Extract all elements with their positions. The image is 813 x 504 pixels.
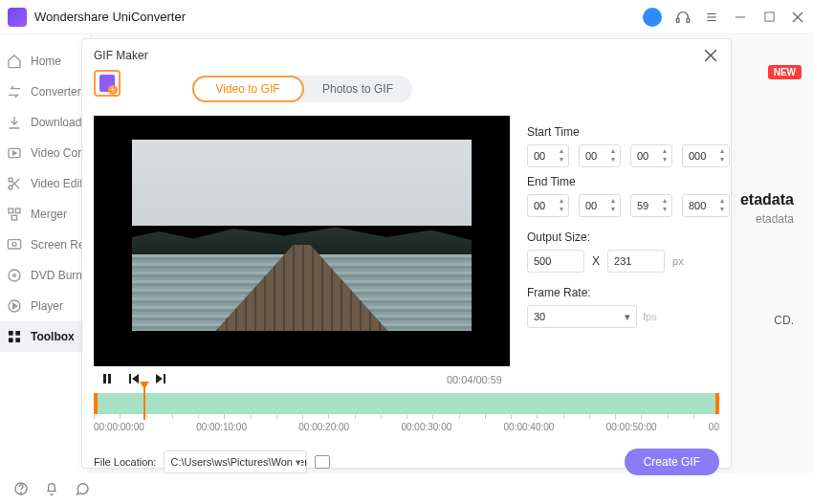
down-arrow-icon[interactable]: ▾ — [660, 156, 670, 164]
next-button[interactable] — [155, 373, 168, 386]
gif-maker-modal: GIF Maker + Video to GIF Photos to GIF 0… — [81, 38, 732, 469]
svg-point-18 — [13, 274, 16, 277]
frame-rate-select[interactable]: 30 — [527, 305, 637, 328]
video-preview[interactable]: 00:04/00:59 — [94, 116, 510, 393]
start-ms-input[interactable]: 000▴▾ — [682, 144, 730, 167]
output-width-input[interactable]: 500 — [527, 250, 584, 273]
maximize-button[interactable] — [761, 10, 777, 25]
up-arrow-icon[interactable]: ▴ — [557, 197, 566, 205]
sidebar-item-recorder[interactable]: Screen Recorder — [0, 230, 90, 260]
px-label: px — [672, 255, 684, 267]
headset-icon[interactable] — [675, 10, 691, 25]
app-title: Wondershare UniConverter — [34, 10, 643, 24]
bg-text: etadata — [740, 191, 794, 208]
merger-icon — [6, 206, 23, 223]
start-seconds-input[interactable]: 00▴▾ — [630, 144, 672, 167]
sidebar-item-compressor[interactable]: Video Compressor — [0, 138, 90, 168]
output-height-input[interactable]: 231 — [607, 250, 665, 273]
file-location-label: File Location: — [94, 456, 156, 468]
playhead[interactable] — [143, 387, 145, 420]
folder-icon[interactable] — [315, 455, 330, 469]
tab-video-to-gif[interactable]: Video to GIF — [192, 76, 304, 102]
avatar-icon[interactable] — [643, 8, 662, 27]
menu-icon[interactable] — [704, 10, 719, 25]
sidebar-item-player[interactable]: Player — [0, 291, 90, 321]
up-arrow-icon[interactable]: ▴ — [660, 197, 670, 205]
up-arrow-icon[interactable]: ▴ — [717, 147, 727, 155]
svg-point-25 — [21, 493, 22, 493]
end-time-label: End Time — [527, 175, 730, 188]
sidebar-item-editor[interactable]: Video Editor — [0, 168, 90, 199]
sidebar-item-home[interactable]: Home — [0, 46, 90, 77]
end-minutes-input[interactable]: 00▴▾ — [579, 194, 621, 217]
compress-icon — [6, 144, 23, 162]
sidebar-item-dvd[interactable]: DVD Burner — [0, 260, 90, 291]
bg-text: CD. — [774, 314, 794, 327]
up-arrow-icon[interactable]: ▴ — [557, 147, 566, 155]
minimize-button[interactable] — [733, 10, 748, 25]
sidebar-item-toolbox[interactable]: Toolbox — [0, 321, 90, 352]
disc-icon — [6, 267, 23, 284]
home-icon — [6, 53, 23, 70]
start-time-label: Start Time — [527, 125, 730, 139]
prev-button[interactable] — [128, 373, 142, 386]
up-arrow-icon[interactable]: ▴ — [608, 147, 618, 155]
svg-rect-6 — [764, 12, 773, 21]
up-arrow-icon[interactable]: ▴ — [608, 197, 618, 205]
toolbox-icon — [6, 328, 23, 345]
end-hours-input[interactable]: 00▴▾ — [527, 194, 569, 217]
download-icon — [6, 114, 23, 131]
start-hours-input[interactable]: 00▴▾ — [527, 144, 569, 167]
down-arrow-icon[interactable]: ▾ — [717, 156, 727, 164]
sidebar-item-converter[interactable]: Converter — [0, 77, 90, 107]
x-separator: X — [592, 254, 600, 268]
timeline-labels: 00:00:00:0000:00:10:0000:00:20:0000:00:3… — [94, 422, 719, 432]
sidebar-item-downloader[interactable]: Downloader — [0, 107, 90, 138]
new-badge: NEW — [768, 65, 802, 79]
end-ms-input[interactable]: 800▴▾ — [682, 194, 730, 217]
down-arrow-icon[interactable]: ▾ — [608, 206, 618, 213]
down-arrow-icon[interactable]: ▾ — [608, 156, 618, 164]
sidebar-label: Merger — [31, 208, 67, 221]
svg-rect-1 — [687, 18, 690, 22]
sidebar-label: Home — [31, 55, 61, 68]
converter-icon — [6, 83, 23, 100]
up-arrow-icon[interactable]: ▴ — [660, 147, 670, 155]
svg-rect-0 — [676, 18, 679, 22]
plus-icon: + — [108, 85, 118, 95]
create-gif-button[interactable]: Create GIF — [625, 449, 719, 475]
sidebar-item-merger[interactable]: Merger — [0, 199, 90, 230]
feedback-icon[interactable] — [75, 481, 90, 496]
down-arrow-icon[interactable]: ▾ — [557, 206, 566, 213]
file-location-select[interactable]: C:\Users\ws\Pictures\Wonders — [164, 450, 307, 473]
bell-icon[interactable] — [44, 481, 59, 496]
timeline-track[interactable] — [94, 393, 719, 414]
frame-rate-label: Frame Rate: — [527, 286, 730, 299]
player-time: 00:04/00:59 — [447, 374, 502, 385]
svg-rect-22 — [9, 338, 13, 342]
bg-text: etadata — [756, 212, 794, 226]
end-seconds-input[interactable]: 59▴▾ — [630, 194, 672, 217]
svg-point-11 — [9, 186, 12, 189]
close-icon[interactable] — [702, 47, 719, 64]
add-media-button[interactable]: + — [94, 70, 121, 97]
svg-rect-20 — [9, 331, 13, 336]
help-icon[interactable] — [13, 481, 29, 496]
modal-title: GIF Maker — [94, 49, 702, 62]
down-arrow-icon[interactable]: ▾ — [660, 206, 670, 213]
up-arrow-icon[interactable]: ▴ — [717, 197, 727, 205]
svg-point-16 — [12, 242, 16, 246]
svg-rect-28 — [103, 374, 106, 383]
svg-rect-30 — [129, 374, 131, 383]
mode-tabs: Video to GIF Photos to GIF — [192, 76, 412, 102]
play-icon — [6, 297, 23, 315]
start-minutes-input[interactable]: 00▴▾ — [579, 144, 621, 167]
timeline[interactable]: 00:00:00:0000:00:10:0000:00:20:0000:00:3… — [94, 393, 719, 437]
svg-rect-13 — [15, 208, 20, 213]
tab-photos-to-gif[interactable]: Photos to GIF — [304, 76, 412, 102]
pause-button[interactable] — [101, 373, 115, 386]
close-button[interactable] — [790, 10, 805, 25]
down-arrow-icon[interactable]: ▾ — [717, 206, 727, 213]
sidebar-label: Toolbox — [31, 330, 75, 343]
down-arrow-icon[interactable]: ▾ — [557, 156, 566, 164]
